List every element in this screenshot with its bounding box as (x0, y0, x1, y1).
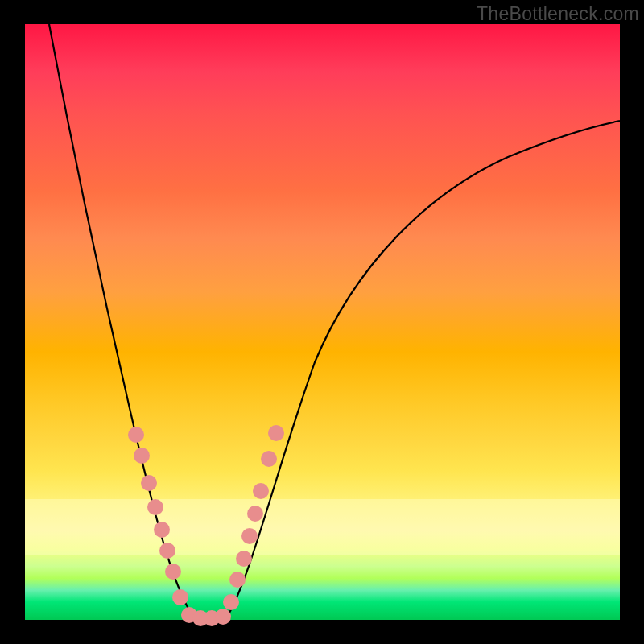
data-dot (268, 425, 284, 441)
data-dot (128, 427, 144, 443)
data-dot (247, 506, 263, 522)
data-dot (229, 572, 246, 588)
data-dot (141, 475, 157, 491)
data-dot (253, 483, 269, 499)
data-dot (215, 609, 231, 625)
data-dot (223, 594, 239, 610)
data-dot (147, 499, 163, 515)
data-dot (236, 551, 252, 567)
data-dot (154, 522, 170, 538)
attribution-text: TheBottleneck.com (477, 3, 639, 25)
bottleneck-curve (25, 24, 620, 620)
data-dot (134, 448, 150, 464)
data-dot (159, 543, 175, 559)
data-dot (172, 589, 188, 605)
data-dot (242, 528, 258, 544)
data-dot (261, 451, 277, 467)
data-dot (165, 564, 181, 580)
